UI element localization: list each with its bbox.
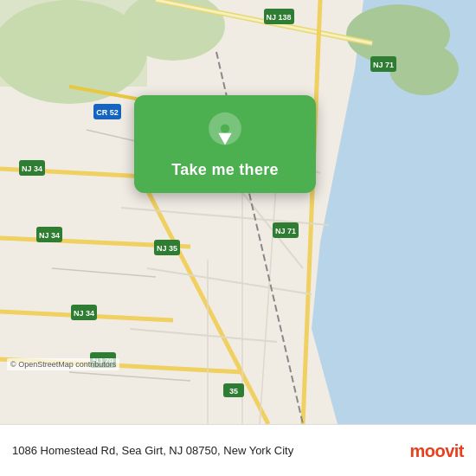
svg-text:NJ 71: NJ 71: [373, 61, 394, 69]
svg-text:NJ 35: NJ 35: [157, 244, 177, 253]
map-pin-icon: [204, 111, 246, 152]
svg-text:NJ 138: NJ 138: [266, 13, 291, 22]
address-text: 1086 Homestead Rd, Sea Girt, NJ 08750, N…: [12, 444, 409, 457]
svg-text:NJ 34: NJ 34: [74, 309, 94, 318]
svg-text:NJ 71: NJ 71: [275, 227, 296, 235]
svg-text:NJ 34: NJ 34: [22, 164, 42, 173]
svg-point-6: [389, 43, 459, 95]
moovit-brand-text: moovit: [409, 442, 464, 460]
svg-text:CR 52: CR 52: [96, 108, 119, 117]
street-address: 1086 Homestead Rd, Sea Girt, NJ 08750,: [12, 444, 221, 457]
city-name: New York City: [223, 444, 293, 457]
map-container: NJ 138 NJ 71 CR 52 NJ 34 NJ 34 NJ 35 NJ …: [0, 0, 476, 424]
moovit-logo: moovit: [409, 442, 464, 460]
svg-text:NJ 34: NJ 34: [39, 231, 60, 240]
attribution-text: © OpenStreetMap contributors: [10, 360, 116, 369]
bottom-bar: 1086 Homestead Rd, Sea Girt, NJ 08750, N…: [0, 424, 476, 476]
take-me-there-button[interactable]: Take me there: [171, 161, 279, 179]
osm-attribution: © OpenStreetMap contributors: [7, 358, 119, 370]
svg-rect-4: [0, 0, 147, 87]
map-card: Take me there: [134, 95, 316, 193]
svg-text:35: 35: [229, 387, 238, 396]
svg-point-50: [221, 124, 229, 132]
